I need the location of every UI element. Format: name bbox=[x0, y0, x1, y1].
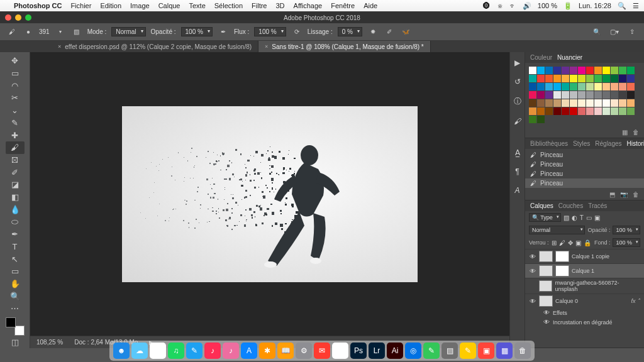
blur-tool-icon[interactable]: 💧 bbox=[6, 203, 25, 216]
swatch[interactable] bbox=[586, 67, 594, 74]
swatch[interactable] bbox=[562, 91, 569, 99]
dock-app-icon[interactable]: ✎ bbox=[186, 343, 203, 359]
dock-app-icon[interactable]: ♪ bbox=[204, 343, 221, 359]
pen-tool-icon[interactable]: ✒ bbox=[6, 228, 25, 241]
shape-tool-icon[interactable]: ▭ bbox=[6, 265, 25, 278]
paragraph-icon[interactable]: ¶ bbox=[515, 167, 519, 176]
swatch[interactable] bbox=[537, 116, 545, 123]
dock-app-icon[interactable]: ☁ bbox=[131, 343, 148, 359]
swatch[interactable] bbox=[529, 67, 536, 74]
filter-smart-icon[interactable]: ▣ bbox=[594, 214, 600, 221]
swatch[interactable] bbox=[627, 83, 635, 90]
swatch[interactable] bbox=[553, 83, 561, 90]
new-swatch-icon[interactable]: ▦ bbox=[622, 129, 628, 136]
swatch[interactable] bbox=[562, 67, 569, 74]
visibility-icon[interactable]: 👁 bbox=[529, 298, 536, 305]
smoothing-options-icon[interactable]: ✸ bbox=[367, 26, 379, 38]
lock-artboard-icon[interactable]: ▣ bbox=[575, 239, 581, 246]
wifi-icon[interactable]: ᯤ bbox=[509, 2, 516, 9]
swatch[interactable] bbox=[553, 107, 561, 115]
swatch[interactable] bbox=[578, 75, 586, 82]
dodge-tool-icon[interactable]: ⬭ bbox=[6, 216, 25, 228]
lock-trans-icon[interactable]: ⊞ bbox=[552, 239, 557, 246]
glyphs-icon[interactable]: A bbox=[514, 186, 519, 195]
crop-tool-icon[interactable]: ⌄ bbox=[6, 104, 25, 117]
swatch[interactable] bbox=[594, 75, 602, 82]
menu-item[interactable]: Aide bbox=[364, 2, 377, 9]
swatch[interactable] bbox=[602, 75, 610, 82]
swatch[interactable] bbox=[619, 107, 626, 115]
move-tool-icon[interactable]: ✥ bbox=[6, 55, 25, 67]
workspace-icon[interactable]: ▢▾ bbox=[609, 26, 620, 38]
layer-thumb[interactable] bbox=[539, 295, 553, 307]
dock-app-icon[interactable]: ☻ bbox=[113, 343, 130, 359]
mask-thumb[interactable] bbox=[555, 251, 569, 262]
swatch[interactable] bbox=[578, 67, 586, 74]
swatch[interactable] bbox=[537, 99, 545, 107]
dock-app-icon[interactable]: ✱ bbox=[259, 343, 275, 359]
marquee-tool-icon[interactable]: ▭ bbox=[6, 67, 25, 80]
swatch[interactable] bbox=[537, 91, 545, 99]
swatch[interactable] bbox=[545, 99, 553, 107]
layer-fill-select[interactable]: 100 % bbox=[613, 238, 640, 247]
panel-tab[interactable]: Bibliothèques bbox=[530, 140, 568, 147]
history-item[interactable]: 🖌Pinceau bbox=[525, 160, 644, 169]
pressure-opacity-icon[interactable]: ✒ bbox=[218, 26, 229, 38]
swatch[interactable] bbox=[545, 107, 553, 115]
heal-tool-icon[interactable]: ✚ bbox=[6, 129, 25, 141]
search-icon[interactable]: 🔍 bbox=[618, 2, 626, 10]
close-window-button[interactable] bbox=[5, 14, 11, 21]
panel-tab[interactable]: Tracés bbox=[588, 202, 607, 209]
swatch[interactable] bbox=[594, 107, 602, 115]
share-icon[interactable]: ⇪ bbox=[626, 26, 638, 38]
fx-badge[interactable]: fx ˄ bbox=[631, 298, 640, 304]
gradient-tool-icon[interactable]: ◧ bbox=[6, 191, 25, 204]
dock-app-icon[interactable]: Ai bbox=[387, 343, 403, 359]
lock-pos-icon[interactable]: ✥ bbox=[568, 239, 573, 246]
swatch[interactable] bbox=[627, 91, 635, 99]
history-icon[interactable]: ↺ bbox=[514, 77, 521, 86]
layer-effect[interactable]: 👁 Effets bbox=[525, 308, 644, 317]
dock-app-icon[interactable]: ♪ bbox=[223, 343, 239, 359]
layer-row[interactable]: 👁Calque 1 bbox=[525, 263, 644, 278]
visibility-icon[interactable]: 👁 bbox=[529, 253, 536, 260]
swatch[interactable] bbox=[570, 91, 577, 99]
swatch[interactable] bbox=[553, 75, 561, 82]
opacity-select[interactable]: 100 % bbox=[181, 27, 213, 36]
search-icon[interactable]: 🔍 bbox=[591, 26, 602, 38]
swatch[interactable] bbox=[537, 83, 545, 90]
symmetry-icon[interactable]: ✐ bbox=[384, 26, 395, 38]
swatch[interactable] bbox=[611, 83, 618, 90]
swatch[interactable] bbox=[578, 99, 586, 107]
menu-item[interactable]: Sélection bbox=[214, 2, 243, 9]
swatch[interactable] bbox=[586, 107, 594, 115]
info-icon[interactable]: ⓘ bbox=[514, 96, 521, 107]
swatch[interactable] bbox=[553, 99, 561, 107]
blend-mode-select[interactable]: Normal bbox=[529, 226, 585, 234]
menu-item[interactable]: Edition bbox=[100, 2, 121, 9]
swatch[interactable] bbox=[602, 83, 610, 90]
panel-tab[interactable]: Couches bbox=[558, 202, 583, 209]
delete-icon[interactable]: 🗑 bbox=[633, 129, 639, 136]
swatch[interactable] bbox=[586, 91, 594, 99]
swatch[interactable] bbox=[602, 91, 610, 99]
dock-app-icon[interactable]: ⚙ bbox=[296, 343, 312, 359]
dock-app-icon[interactable]: ▤ bbox=[441, 343, 458, 359]
swatch[interactable] bbox=[570, 75, 577, 82]
swatch[interactable] bbox=[619, 67, 626, 74]
history-item[interactable]: 🖌Pinceau bbox=[525, 169, 644, 178]
swatch[interactable] bbox=[586, 99, 594, 107]
swatch[interactable] bbox=[545, 67, 553, 74]
notif-icon[interactable]: ☰ bbox=[633, 2, 639, 10]
brush-panel-icon[interactable]: ▧ bbox=[71, 26, 82, 38]
swatch[interactable] bbox=[611, 99, 618, 107]
swatch[interactable] bbox=[529, 91, 536, 99]
swatch[interactable] bbox=[553, 67, 561, 74]
swatch[interactable] bbox=[619, 91, 626, 99]
swatch[interactable] bbox=[586, 83, 594, 90]
canvas[interactable] bbox=[122, 106, 418, 282]
swatch[interactable] bbox=[578, 107, 586, 115]
dock-app-icon[interactable]: ✎ bbox=[423, 343, 440, 359]
dock-app-icon[interactable]: 🗑 bbox=[514, 343, 531, 359]
dock-app-icon[interactable]: ◐ bbox=[150, 343, 166, 359]
